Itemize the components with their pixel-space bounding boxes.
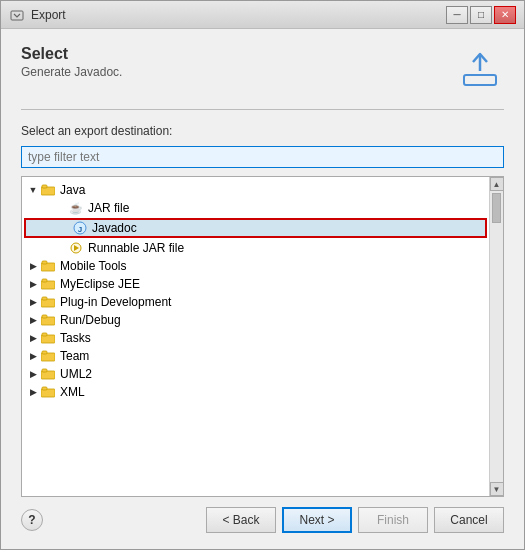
svg-text:J: J: [78, 225, 82, 234]
footer-right: < Back Next > Finish Cancel: [206, 507, 504, 533]
svg-rect-16: [42, 315, 47, 318]
javadoc-icon: J: [72, 220, 88, 236]
scroll-up-button[interactable]: ▲: [490, 177, 504, 191]
tree-scrollbar[interactable]: ▲ ▼: [489, 177, 503, 496]
toggle-javadoc: [58, 221, 72, 235]
tree-item-mobile[interactable]: ▶ Mobile Tools: [22, 257, 489, 275]
tree-item-team[interactable]: ▶ Team: [22, 347, 489, 365]
dialog-content: Select Generate Javadoc. Select an expor…: [1, 29, 524, 549]
toggle-jar: [54, 201, 68, 215]
folder-open-icon: [40, 182, 56, 198]
svg-rect-10: [42, 261, 47, 264]
folder-myeclipse-icon: [40, 276, 56, 292]
runnable-label: Runnable JAR file: [88, 241, 184, 255]
scroll-thumb[interactable]: [492, 193, 501, 223]
svg-rect-20: [42, 351, 47, 354]
folder-mobile-icon: [40, 258, 56, 274]
svg-rect-1: [464, 75, 496, 85]
svg-rect-0: [11, 11, 23, 20]
svg-rect-22: [42, 369, 47, 372]
filter-input[interactable]: [21, 146, 504, 168]
tree-item-runnable[interactable]: Runnable JAR file: [22, 239, 489, 257]
tree-item-jar[interactable]: ☕ JAR file: [22, 199, 489, 217]
toggle-rundebug[interactable]: ▶: [26, 313, 40, 327]
runnable-icon: [68, 240, 84, 256]
cancel-button[interactable]: Cancel: [434, 507, 504, 533]
page-subtitle: Generate Javadoc.: [21, 65, 122, 79]
folder-tasks-icon: [40, 330, 56, 346]
java-label: Java: [60, 183, 85, 197]
tasks-label: Tasks: [60, 331, 91, 345]
scroll-track[interactable]: [490, 191, 503, 482]
divider: [21, 109, 504, 110]
jar-icon: ☕: [68, 200, 84, 216]
svg-rect-24: [42, 387, 47, 390]
toggle-uml2[interactable]: ▶: [26, 367, 40, 381]
svg-rect-4: [42, 185, 47, 188]
folder-plugin-icon: [40, 294, 56, 310]
export-dialog: Export ─ □ ✕ Select Generate Javadoc.: [0, 0, 525, 550]
tree-item-rundebug[interactable]: ▶ Run/Debug: [22, 311, 489, 329]
tree-container: ▼ Java ☕ JAR file: [21, 176, 504, 497]
plugin-label: Plug-in Development: [60, 295, 171, 309]
folder-uml2-icon: [40, 366, 56, 382]
folder-xml-icon: [40, 384, 56, 400]
javadoc-label: Javadoc: [92, 221, 137, 235]
folder-team-icon: [40, 348, 56, 364]
toggle-team[interactable]: ▶: [26, 349, 40, 363]
window-controls: ─ □ ✕: [446, 6, 516, 24]
dialog-footer: ? < Back Next > Finish Cancel: [21, 497, 504, 537]
section-label: Select an export destination:: [21, 124, 504, 138]
toggle-runnable: [54, 241, 68, 255]
title-bar: Export ─ □ ✕: [1, 1, 524, 29]
finish-button[interactable]: Finish: [358, 507, 428, 533]
toggle-java[interactable]: ▼: [26, 183, 40, 197]
tree-item-tasks[interactable]: ▶ Tasks: [22, 329, 489, 347]
team-label: Team: [60, 349, 89, 363]
close-button[interactable]: ✕: [494, 6, 516, 24]
window-icon: [9, 7, 25, 23]
scroll-down-button[interactable]: ▼: [490, 482, 504, 496]
jar-label: JAR file: [88, 201, 129, 215]
tree-item-myeclipse[interactable]: ▶ MyEclipse JEE: [22, 275, 489, 293]
window-title: Export: [31, 8, 446, 22]
rundebug-label: Run/Debug: [60, 313, 121, 327]
toggle-mobile[interactable]: ▶: [26, 259, 40, 273]
svg-rect-14: [42, 297, 47, 300]
toggle-plugin[interactable]: ▶: [26, 295, 40, 309]
tree-item-plugin[interactable]: ▶ Plug-in Development: [22, 293, 489, 311]
toggle-tasks[interactable]: ▶: [26, 331, 40, 345]
tree-item-javadoc[interactable]: J Javadoc: [24, 218, 487, 238]
page-title: Select: [21, 45, 122, 63]
toggle-xml[interactable]: ▶: [26, 385, 40, 399]
mobile-label: Mobile Tools: [60, 259, 126, 273]
next-button[interactable]: Next >: [282, 507, 352, 533]
tree-item-java[interactable]: ▼ Java: [22, 181, 489, 199]
tree-list: ▼ Java ☕ JAR file: [22, 177, 489, 496]
svg-rect-12: [42, 279, 47, 282]
xml-label: XML: [60, 385, 85, 399]
maximize-button[interactable]: □: [470, 6, 492, 24]
svg-rect-18: [42, 333, 47, 336]
toggle-myeclipse[interactable]: ▶: [26, 277, 40, 291]
myeclipse-label: MyEclipse JEE: [60, 277, 140, 291]
minimize-button[interactable]: ─: [446, 6, 468, 24]
back-button[interactable]: < Back: [206, 507, 276, 533]
export-icon: [456, 45, 504, 93]
uml2-label: UML2: [60, 367, 92, 381]
footer-left: ?: [21, 509, 43, 531]
help-button[interactable]: ?: [21, 509, 43, 531]
folder-rundebug-icon: [40, 312, 56, 328]
page-header: Select Generate Javadoc.: [21, 45, 504, 93]
tree-item-xml[interactable]: ▶ XML: [22, 383, 489, 401]
tree-item-uml2[interactable]: ▶ UML2: [22, 365, 489, 383]
page-title-area: Select Generate Javadoc.: [21, 45, 122, 79]
